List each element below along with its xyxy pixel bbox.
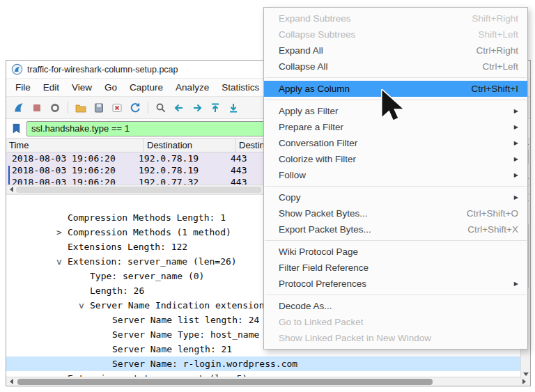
tree-line[interactable]: >Extension: status_request (len=5)	[6, 371, 530, 377]
menu-item-shortcut: Ctrl+Shift+I	[471, 84, 518, 94]
column-header-destination[interactable]: Destination	[144, 139, 236, 152]
menu-capture[interactable]: Capture	[123, 79, 169, 95]
menu-item-shortcut: Ctrl+Shift+O	[467, 208, 518, 219]
menu-item-decode-as[interactable]: Decode As...	[264, 298, 527, 314]
menu-item-apply-as-column[interactable]: Apply as ColumnCtrl+Shift+I	[264, 81, 527, 97]
go-back-icon[interactable]	[171, 100, 187, 116]
go-first-icon[interactable]	[207, 100, 224, 116]
tree-expander-icon[interactable]: v	[56, 254, 68, 269]
tree-expander-icon[interactable]: >	[56, 225, 68, 240]
column-header-time[interactable]: Time	[6, 139, 144, 152]
save-capture-icon[interactable]	[91, 100, 107, 116]
tree-line-text: Compression Methods Length: 1	[68, 212, 226, 223]
open-capture-icon[interactable]	[72, 100, 89, 116]
menu-separator	[264, 75, 527, 81]
scrollbar-thumb[interactable]	[16, 187, 261, 193]
find-packet-icon[interactable]	[153, 100, 169, 116]
menu-separator	[264, 183, 527, 189]
tree-line-selected[interactable]: Server Name: r-login.wordpress.com	[6, 356, 530, 371]
packet-destination: 192.0.78.19	[139, 153, 231, 164]
menu-item-expand-all[interactable]: Expand AllCtrl+Right	[264, 42, 527, 58]
submenu-arrow-icon: ▶	[514, 124, 518, 130]
tree-line-text: Compression Methods (1 method)	[68, 227, 231, 237]
menu-separator	[264, 237, 527, 244]
tree-line-text: Server Name: r-login.wordpress.com	[112, 359, 297, 369]
menu-item-apply-as-filter[interactable]: Apply as Filter▶	[264, 103, 527, 119]
detail-horizontal-scrollbar[interactable]	[6, 377, 530, 386]
scrollbar-thumb[interactable]	[17, 379, 433, 385]
go-forward-icon[interactable]	[189, 100, 206, 116]
menu-item-export-packet-bytes[interactable]: Export Packet Bytes...Ctrl+Shift+X	[264, 221, 527, 237]
toolbar-separator	[68, 102, 68, 114]
menu-item-show-packet-bytes[interactable]: Show Packet Bytes...Ctrl+Shift+O	[264, 205, 527, 221]
packet-time: 2018-08-03 19:06:20	[6, 153, 139, 164]
menu-edit[interactable]: Edit	[37, 79, 65, 95]
menu-item-label: Apply as Column	[279, 84, 471, 94]
menu-item-label: Collapse All	[279, 61, 483, 72]
menu-item-label: Follow	[279, 170, 509, 180]
menu-item-shortcut: Ctrl+Left	[483, 61, 518, 72]
menu-item-label: Prepare a Filter	[279, 122, 509, 132]
menu-item-shortcut: Ctrl+Shift+X	[467, 224, 518, 235]
menu-item-label: Protocol Preferences	[279, 279, 509, 289]
menu-item-label: Show Linked Packet in New Window	[279, 333, 518, 343]
menu-item-colorize-with-filter[interactable]: Colorize with Filter▶	[264, 151, 527, 167]
scroll-left-icon[interactable]	[6, 185, 16, 194]
menu-item-copy[interactable]: Copy▶	[264, 189, 527, 205]
tree-line-text: Extension: server_name (len=26)	[68, 256, 237, 267]
menu-separator	[264, 292, 527, 298]
close-capture-icon[interactable]	[109, 100, 125, 116]
tree-line-text: Server Name Indication extension	[90, 300, 264, 311]
toolbar-separator	[148, 102, 148, 114]
menu-item-collapse-all[interactable]: Collapse AllCtrl+Left	[264, 58, 527, 75]
scroll-left-icon[interactable]	[6, 377, 16, 386]
menu-item-label: Decode As...	[279, 301, 518, 311]
menu-item-prepare-a-filter[interactable]: Prepare a Filter▶	[264, 119, 527, 135]
menu-item-label: Show Packet Bytes...	[279, 208, 467, 219]
menu-item-shortcut: Ctrl+Right	[476, 45, 518, 56]
tree-line-text: Server Name length: 21	[112, 344, 232, 354]
wireshark-app-icon	[11, 63, 23, 75]
menu-analyze[interactable]: Analyze	[169, 79, 215, 95]
menu-view[interactable]: View	[65, 79, 98, 95]
tree-line-text: Extensions Length: 122	[68, 242, 187, 252]
tree-line-text: Type: server_name (0)	[90, 271, 204, 281]
tree-line-text: Server Name list length: 24	[112, 315, 259, 325]
tree-expander-icon[interactable]: >	[56, 371, 68, 377]
tree-line-text: Length: 26	[90, 285, 144, 296]
menu-item-label: Expand Subtrees	[279, 13, 472, 24]
menu-item-label: Copy	[279, 192, 509, 203]
related-packet-indicator	[8, 166, 10, 185]
submenu-arrow-icon: ▶	[514, 281, 518, 287]
menu-statistics[interactable]: Statistics	[215, 79, 265, 95]
scroll-down-icon[interactable]	[521, 370, 530, 379]
submenu-arrow-icon: ▶	[514, 108, 518, 114]
menu-file[interactable]: File	[9, 79, 37, 95]
menu-item-label: Apply as Filter	[279, 106, 509, 116]
menu-item-follow[interactable]: Follow▶	[264, 167, 527, 183]
submenu-arrow-icon: ▶	[514, 194, 518, 201]
menu-item-go-to-linked-packet: Go to Linked Packet	[264, 314, 527, 330]
menu-item-wiki-protocol-page[interactable]: Wiki Protocol Page	[264, 244, 527, 260]
reload-icon[interactable]	[127, 100, 144, 116]
menu-item-conversation-filter[interactable]: Conversation Filter▶	[264, 135, 527, 151]
wireshark-fin-icon[interactable]	[10, 100, 27, 116]
menu-go[interactable]: Go	[98, 79, 123, 95]
menu-item-shortcut: Shift+Left	[479, 29, 518, 40]
submenu-arrow-icon: ▶	[514, 140, 518, 146]
submenu-arrow-icon: ▶	[514, 172, 518, 178]
menu-item-expand-subtrees: Expand SubtreesShift+Right	[264, 10, 527, 26]
menu-item-label: Expand All	[279, 45, 476, 56]
filter-bookmark-icon[interactable]	[10, 123, 22, 134]
context-menu: Expand SubtreesShift+Right Collapse Subt…	[263, 7, 528, 350]
stop-capture-icon[interactable]	[29, 100, 45, 116]
capture-options-icon[interactable]	[47, 100, 63, 116]
menu-item-protocol-preferences[interactable]: Protocol Preferences▶	[264, 276, 527, 292]
menu-item-label: Export Packet Bytes...	[279, 224, 467, 235]
menu-item-label: Wiki Protocol Page	[279, 246, 518, 257]
go-last-icon[interactable]	[225, 100, 242, 116]
tree-expander-icon[interactable]: v	[79, 298, 90, 313]
menu-item-filter-field-reference[interactable]: Filter Field Reference	[264, 260, 527, 276]
menu-item-label: Go to Linked Packet	[279, 317, 518, 327]
menu-item-label: Conversation Filter	[279, 138, 509, 148]
